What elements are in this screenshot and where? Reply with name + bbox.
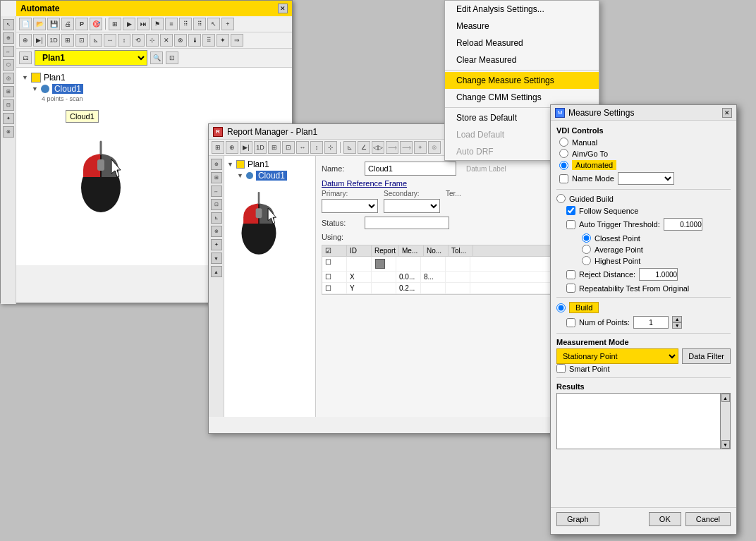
mode-select[interactable]: Stationary Point: [556, 348, 678, 364]
menu-item-edit-analysis[interactable]: Edit Analysis Settings...: [445, 1, 599, 18]
left-tool-7[interactable]: ⊡: [3, 99, 14, 111]
rp-lp-6[interactable]: ⊗: [211, 226, 222, 237]
measure-close-btn[interactable]: ✕: [722, 108, 732, 118]
rp-lp-5[interactable]: ⊾: [211, 212, 222, 224]
tb-play[interactable]: ▶: [123, 18, 135, 30]
cancel-btn[interactable]: Cancel: [685, 512, 731, 526]
rp-tb-14[interactable]: ⟶: [400, 141, 413, 154]
rp-lp-1[interactable]: ⊕: [211, 159, 222, 170]
radio-highest-input[interactable]: [582, 256, 591, 265]
build-radio[interactable]: [556, 303, 566, 312]
name-mode-select[interactable]: [618, 172, 674, 185]
scroll-down[interactable]: ▼: [721, 440, 730, 449]
rp-tb-4[interactable]: 1D: [254, 141, 267, 154]
drf-secondary-select[interactable]: [384, 199, 440, 213]
tb-print[interactable]: 🖨: [61, 18, 74, 30]
repeatability-checkbox[interactable]: [566, 284, 575, 293]
tb2-9[interactable]: ⟲: [132, 34, 145, 47]
tb-target[interactable]: 🎯: [90, 18, 102, 30]
spinner-down[interactable]: ▼: [672, 322, 682, 329]
tb-plus[interactable]: +: [221, 18, 234, 30]
plan-filter[interactable]: ⊡: [166, 51, 178, 64]
rp-lp-4[interactable]: ⊡: [211, 199, 222, 210]
tb2-16[interactable]: ⇒: [231, 34, 243, 47]
rp-lp-2[interactable]: ⊞: [211, 172, 222, 183]
tb2-1[interactable]: ⊕: [19, 34, 32, 47]
rp-lp-7[interactable]: ✦: [211, 239, 222, 250]
left-tool-4[interactable]: ⬡: [3, 59, 14, 71]
tb-hash[interactable]: ≡: [165, 18, 178, 30]
left-tool-8[interactable]: ✦: [3, 113, 14, 124]
left-tool-6[interactable]: ⊞: [3, 86, 14, 97]
left-tool-1[interactable]: ↖: [3, 19, 14, 30]
name-mode-checkbox[interactable]: [559, 174, 568, 183]
plan-icon[interactable]: 🗂: [19, 51, 32, 64]
tb2-8[interactable]: ↕: [118, 34, 130, 47]
rp-tb-5[interactable]: ⊞: [268, 141, 281, 154]
ok-btn[interactable]: OK: [649, 512, 681, 526]
menu-item-clear-measured[interactable]: Clear Measured: [445, 51, 599, 68]
rp-tb-6[interactable]: ⊡: [282, 141, 295, 154]
radio-manual-input[interactable]: [559, 138, 568, 147]
rp-tree-child-label[interactable]: Cloud1: [256, 171, 287, 181]
name-input[interactable]: [365, 162, 456, 176]
menu-item-measure[interactable]: Measure: [445, 18, 599, 35]
rp-tb-13[interactable]: ⟶: [386, 141, 398, 154]
follow-seq-checkbox[interactable]: [566, 206, 575, 215]
tb2-7[interactable]: ↔: [104, 34, 116, 47]
rp-tb-15[interactable]: ✦: [414, 141, 427, 154]
rp-expand-root[interactable]: ▼: [227, 161, 233, 168]
tb2-15[interactable]: ✦: [217, 34, 229, 47]
smart-point-checkbox[interactable]: [556, 364, 566, 373]
tb2-3[interactable]: 1D: [47, 34, 60, 47]
radio-aimgoto-input[interactable]: [559, 149, 568, 158]
tb-dots[interactable]: ⠿: [179, 18, 192, 30]
reject-input[interactable]: [639, 268, 678, 281]
rp-tb-2[interactable]: ⊕: [226, 141, 238, 154]
menu-item-change-cmm-settings[interactable]: Change CMM Settings: [445, 89, 599, 106]
tb2-4[interactable]: ⊞: [61, 34, 74, 47]
data-filter-btn[interactable]: Data Filter: [682, 348, 731, 364]
rp-tb-12[interactable]: ◁▷: [372, 141, 384, 154]
tb-save[interactable]: 💾: [47, 18, 60, 30]
rp-tb-9[interactable]: ⊹: [324, 141, 337, 154]
tree-expand-root[interactable]: ▼: [22, 74, 28, 81]
tb-cursor[interactable]: ↖: [207, 18, 220, 30]
left-tool-3[interactable]: ↔: [3, 46, 14, 57]
spinner-up[interactable]: ▲: [672, 316, 682, 322]
rp-tb-16[interactable]: ⊗: [428, 141, 441, 154]
tb-open[interactable]: 📂: [33, 18, 46, 30]
menu-item-reload-measured[interactable]: Reload Measured: [445, 35, 599, 51]
rp-tb-8[interactable]: ↕: [310, 141, 323, 154]
tb2-14[interactable]: ⠿: [202, 34, 215, 47]
tb2-11[interactable]: ✕: [160, 34, 173, 47]
tb-p[interactable]: P: [75, 18, 88, 30]
rp-expand-child[interactable]: ▼: [237, 172, 243, 179]
num-points-checkbox[interactable]: [566, 318, 575, 327]
rp-lp-8[interactable]: ▼: [211, 253, 222, 264]
tree-child-label[interactable]: Cloud1: [52, 84, 83, 94]
guided-build-radio[interactable]: [556, 194, 566, 203]
rp-tb-1[interactable]: ⊞: [212, 141, 224, 154]
radio-closest-input[interactable]: [582, 233, 591, 243]
left-tool-9[interactable]: ⊗: [3, 126, 14, 138]
rp-tb-3[interactable]: ▶|: [240, 141, 252, 154]
radio-average-input[interactable]: [582, 245, 591, 254]
auto-trigger-checkbox[interactable]: [566, 220, 575, 229]
rp-lp-3[interactable]: ↔: [211, 186, 222, 197]
graph-btn[interactable]: Graph: [556, 512, 599, 526]
automate-close-btn[interactable]: ✕: [278, 4, 288, 13]
plan-dropdown[interactable]: Plan1: [35, 50, 147, 66]
tb2-2[interactable]: ▶|: [33, 34, 46, 47]
tb2-13[interactable]: 🌡: [188, 34, 201, 47]
reject-distance-checkbox[interactable]: [566, 270, 575, 279]
tb2-12[interactable]: ⊗: [174, 34, 187, 47]
left-tool-5[interactable]: ◎: [3, 73, 14, 84]
tree-expand-child[interactable]: ▼: [32, 85, 38, 92]
tb-dot2[interactable]: ⠿: [193, 18, 206, 30]
tb2-6[interactable]: ⊾: [90, 34, 102, 47]
plan-search[interactable]: 🔍: [150, 51, 163, 64]
drf-primary-select[interactable]: [322, 199, 378, 213]
rp-tb-11[interactable]: ∠: [358, 141, 370, 154]
num-points-input[interactable]: [633, 316, 669, 329]
